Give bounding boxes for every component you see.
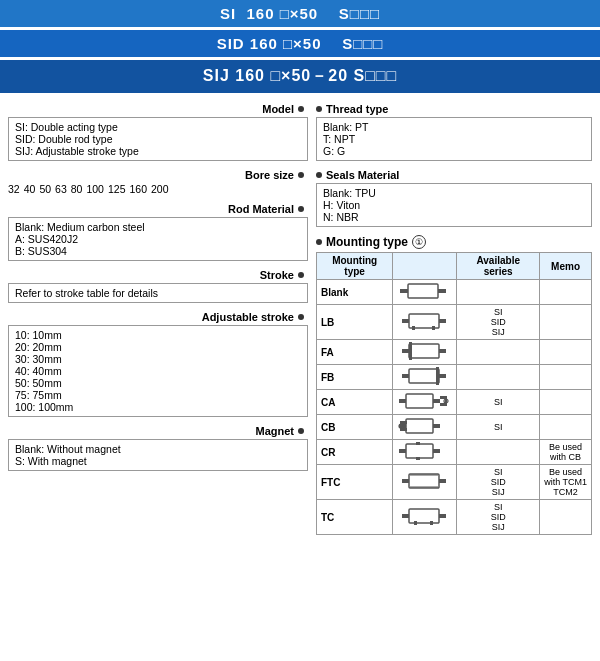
main-content: Model SI: Double acting type SID: Double… xyxy=(0,97,600,539)
svg-rect-4 xyxy=(409,314,439,328)
memo-cr: Be used with CB xyxy=(540,440,592,465)
table-row: FA xyxy=(317,340,592,365)
seals-material-box: Blank: TPU H: Viton N: NBR xyxy=(316,183,592,227)
memo-fb xyxy=(540,365,592,390)
mounting-table: Mounting type Available series Memo Blan… xyxy=(316,252,592,535)
header-sid-text: SID 160 □×50 S□□□ xyxy=(217,35,384,52)
memo-lb xyxy=(540,305,592,340)
memo-ca xyxy=(540,390,592,415)
svg-rect-1 xyxy=(408,284,438,298)
type-fb: FB xyxy=(317,365,393,390)
rod-material-dot xyxy=(298,206,304,212)
header-sid: SID 160 □×50 S□□□ xyxy=(0,30,600,57)
stroke-title: Stroke xyxy=(8,269,308,281)
svg-rect-11 xyxy=(409,342,412,360)
model-dot xyxy=(298,106,304,112)
series-ftc: SI SID SIJ xyxy=(457,465,540,500)
adj-stroke-dot xyxy=(298,314,304,320)
bore-size-title: Bore size xyxy=(8,169,308,181)
magnet-box: Blank: Without magnet S: With magnet xyxy=(8,439,308,471)
mounting-circle-num: ① xyxy=(412,235,426,249)
adj-item-3: 30: 30mm xyxy=(15,353,301,365)
col-memo: Memo xyxy=(540,253,592,280)
mounting-title: Mounting type ① xyxy=(316,235,592,249)
series-blank xyxy=(457,280,540,305)
bore-160: 160 xyxy=(130,183,148,195)
bore-size-dot xyxy=(298,172,304,178)
memo-tc xyxy=(540,500,592,535)
svg-rect-16 xyxy=(399,399,406,403)
svg-rect-24 xyxy=(406,419,433,433)
thread-type-section: Thread type Blank: PT T: NPT G: G xyxy=(316,103,592,161)
rod-item-3: B: SUS304 xyxy=(15,245,301,257)
icon-cr xyxy=(393,440,457,465)
series-fa xyxy=(457,340,540,365)
svg-rect-13 xyxy=(409,369,439,383)
svg-rect-21 xyxy=(445,396,447,406)
model-item-1: SI: Double acting type xyxy=(15,121,301,133)
rod-material-box: Blank: Medium carbon steel A: SUS420J2 B… xyxy=(8,217,308,261)
magnet-dot xyxy=(298,428,304,434)
svg-rect-42 xyxy=(439,514,446,518)
thread-type-box: Blank: PT T: NPT G: G xyxy=(316,117,592,161)
type-blank: Blank xyxy=(317,280,393,305)
bore-32: 32 xyxy=(8,183,20,195)
type-ftc: FTC xyxy=(317,465,393,500)
icon-tc xyxy=(393,500,457,535)
type-lb: LB xyxy=(317,305,393,340)
model-item-3: SIJ: Adjustable stroke type xyxy=(15,145,301,157)
col-available-series: Available series xyxy=(457,253,540,280)
svg-rect-41 xyxy=(409,509,439,523)
icon-blank xyxy=(393,280,457,305)
svg-rect-7 xyxy=(432,326,435,330)
thread-item-3: G: G xyxy=(323,145,585,157)
svg-rect-40 xyxy=(402,514,409,518)
icon-fa xyxy=(393,340,457,365)
magnet-item-1: Blank: Without magnet xyxy=(15,443,301,455)
stroke-dot xyxy=(298,272,304,278)
svg-rect-9 xyxy=(409,344,439,358)
seals-material-dot xyxy=(316,172,322,178)
table-row: TC SI SID SIJ xyxy=(317,500,592,535)
svg-rect-2 xyxy=(438,289,446,293)
seals-material-section: Seals Material Blank: TPU H: Viton N: NB… xyxy=(316,169,592,227)
svg-rect-31 xyxy=(406,444,433,458)
svg-rect-33 xyxy=(416,442,420,445)
mounting-dot xyxy=(316,239,322,245)
svg-rect-18 xyxy=(433,399,440,403)
rod-item-1: Blank: Medium carbon steel xyxy=(15,221,301,233)
col-icon xyxy=(393,253,457,280)
series-ca: SI xyxy=(457,390,540,415)
model-title: Model xyxy=(8,103,308,115)
series-fb xyxy=(457,365,540,390)
left-column: Model SI: Double acting type SID: Double… xyxy=(8,103,308,535)
icon-ca xyxy=(393,390,457,415)
bore-40: 40 xyxy=(24,183,36,195)
bore-80: 80 xyxy=(71,183,83,195)
series-tc: SI SID SIJ xyxy=(457,500,540,535)
stroke-box: Refer to stroke table for details xyxy=(8,283,308,303)
adj-item-1: 10: 10mm xyxy=(15,329,301,341)
thread-item-2: T: NPT xyxy=(323,133,585,145)
thread-type-dot xyxy=(316,106,322,112)
svg-rect-32 xyxy=(433,449,440,453)
thread-item-1: Blank: PT xyxy=(323,121,585,133)
seals-item-1: Blank: TPU xyxy=(323,187,585,199)
table-row: FB xyxy=(317,365,592,390)
icon-lb xyxy=(393,305,457,340)
bore-200: 200 xyxy=(151,183,169,195)
icon-cb xyxy=(393,415,457,440)
right-column: Thread type Blank: PT T: NPT G: G Seals … xyxy=(316,103,592,535)
svg-rect-36 xyxy=(409,474,439,488)
svg-rect-27 xyxy=(402,428,407,431)
bore-size-section: Bore size 32 40 50 63 80 100 125 160 200 xyxy=(8,169,308,195)
memo-fa xyxy=(540,340,592,365)
svg-rect-34 xyxy=(416,457,420,460)
type-fa: FA xyxy=(317,340,393,365)
svg-rect-3 xyxy=(402,319,409,323)
svg-rect-15 xyxy=(436,367,439,385)
bore-50: 50 xyxy=(39,183,51,195)
memo-cb xyxy=(540,415,592,440)
type-cb: CB xyxy=(317,415,393,440)
thread-type-title: Thread type xyxy=(316,103,592,115)
